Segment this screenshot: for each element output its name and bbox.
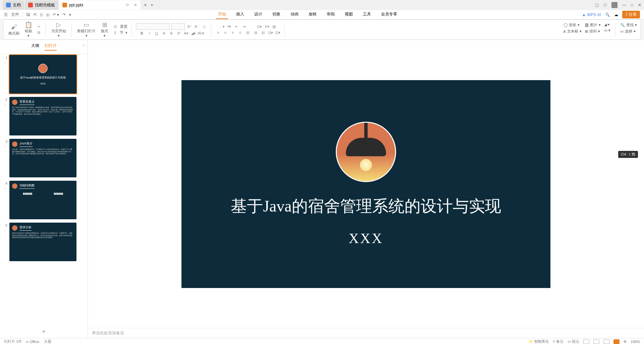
star-icon[interactable]: ☆: [4, 187, 7, 190]
fit-icon[interactable]: ⊕: [624, 339, 627, 344]
paste-button[interactable]: 📋 粘贴▾: [23, 20, 34, 39]
star-icon[interactable]: ☆: [4, 61, 7, 65]
shadow-icon[interactable]: A: [161, 31, 167, 36]
tab-slideshow[interactable]: 放映: [307, 10, 319, 19]
tab-ppt[interactable]: ppt.pptx ⟳ ✕: [59, 0, 141, 10]
distribute-icon[interactable]: ⊟: [245, 30, 250, 35]
font-color-icon[interactable]: A▾: [183, 31, 189, 36]
avatar-icon[interactable]: [611, 2, 618, 8]
tab-doc[interactable]: 文档: [3, 0, 24, 10]
tab-refresh-icon[interactable]: ⟳: [126, 3, 129, 7]
select-button[interactable]: ▭ 选择 ▾: [620, 29, 637, 34]
section-icon[interactable]: §: [112, 30, 118, 35]
maximize-button[interactable]: □: [631, 3, 633, 7]
slide-subtitle[interactable]: XXX: [349, 230, 383, 246]
preview-icon[interactable]: ◎: [46, 12, 49, 17]
tab-animation[interactable]: 动画: [288, 10, 301, 19]
add-slide-button[interactable]: +: [0, 326, 88, 338]
tab-slides[interactable]: 幻灯片: [45, 43, 57, 51]
outline-button[interactable]: ▭ ▾: [604, 28, 610, 33]
comments-button[interactable]: ▭ 批注: [568, 339, 579, 344]
tab-view[interactable]: 视图: [343, 10, 355, 19]
cut-icon[interactable]: ✂: [36, 24, 42, 29]
format-brush-button[interactable]: 🖌 格式刷: [7, 23, 21, 37]
highlight-icon[interactable]: ◢▾: [191, 31, 196, 36]
numbering-icon[interactable]: ⅟▾: [226, 24, 232, 29]
indent-inc-icon[interactable]: ⇥: [241, 24, 247, 29]
close-icon[interactable]: ✕: [134, 3, 137, 7]
search-icon[interactable]: 🔍: [605, 12, 610, 17]
tab-insert[interactable]: 插入: [234, 10, 246, 19]
office-link[interactable]: ∞ Office: [26, 340, 39, 344]
star-icon[interactable]: ☆: [4, 229, 7, 232]
columns-icon[interactable]: ▥: [271, 24, 277, 29]
convert-icon[interactable]: ⊡▾: [275, 30, 280, 35]
dropdown-icon[interactable]: ▾: [69, 12, 71, 17]
view-slideshow[interactable]: [613, 339, 620, 344]
zoom-level[interactable]: 100%: [631, 340, 640, 344]
tab-start[interactable]: 开始: [216, 10, 228, 19]
wps-ai-button[interactable]: ▲ WPS AI: [582, 12, 601, 17]
align-right-icon[interactable]: ≡: [230, 30, 235, 35]
slide-thumb-1[interactable]: 基于Java的宿舍管理系统的设计与实现 XXX: [9, 55, 76, 94]
print-icon[interactable]: ⎙: [40, 12, 43, 17]
start-page-button[interactable]: ▷ 当页开始▾: [50, 20, 67, 39]
redo-icon[interactable]: ↷: [62, 12, 66, 17]
italic-icon[interactable]: I: [147, 31, 152, 36]
textbox-button[interactable]: A 文本框 ▾: [564, 29, 582, 34]
remarks-button[interactable]: ≡ 备注: [553, 339, 563, 344]
justify-icon[interactable]: ≡: [237, 30, 243, 35]
tab-vip[interactable]: 会员专享: [379, 10, 399, 19]
slide-thumb-2[interactable]: 背景及意义 基于宿舍管理系统设计与实现，随着网络技术发展，宿舍管理的信息化已成为…: [9, 97, 76, 135]
menu-icon[interactable]: ☰: [4, 12, 8, 17]
cube-icon[interactable]: ⬡: [603, 3, 607, 7]
tab-review[interactable]: 审阅: [325, 10, 337, 19]
align-center-icon[interactable]: ≡: [223, 30, 228, 35]
fill-button[interactable]: ◢ ▾: [604, 22, 610, 27]
underline-icon[interactable]: U: [154, 31, 159, 36]
undo-icon[interactable]: ↶ ▾: [53, 12, 59, 17]
tab-template[interactable]: 找稻壳模板: [25, 0, 58, 10]
font-size-select[interactable]: [171, 23, 185, 30]
reset-icon[interactable]: ⊡: [113, 24, 118, 29]
tab-design[interactable]: 设计: [252, 10, 264, 19]
clear-format-icon[interactable]: ◇: [202, 24, 207, 29]
line-spacing-icon[interactable]: ⇕▾: [264, 24, 269, 29]
font-family-select[interactable]: [136, 23, 169, 30]
image-button[interactable]: 🖼 图片 ▾: [585, 22, 601, 27]
layout-button[interactable]: ⊞ 版式▾: [100, 20, 110, 39]
align-left-icon[interactable]: ≡: [215, 30, 221, 35]
slide-thumb-5[interactable]: 需求分析 需求分析是软件计划阶段的重要活动，也是软件生命周期中的一个重要环节。该…: [9, 223, 76, 261]
spacing-icon[interactable]: AV▾: [198, 31, 204, 36]
share-button[interactable]: ⤴ 分享: [622, 11, 640, 18]
new-slide-button[interactable]: ▭ 新建幻灯片▾: [76, 20, 97, 39]
beautify-button[interactable]: ✨ 智能美化: [528, 339, 549, 344]
slide-canvas[interactable]: 基于Java的宿舍管理系统的设计与实现 XXX: [181, 80, 550, 288]
view-reading[interactable]: [603, 339, 609, 344]
smart-art-icon[interactable]: ⊡▾: [268, 30, 273, 35]
minimize-button[interactable]: —: [622, 3, 626, 7]
save-icon[interactable]: 🖫: [26, 12, 30, 17]
theme-link[interactable]: 主题: [44, 339, 51, 344]
shape-button[interactable]: ◯ 形状 ▾: [564, 22, 582, 27]
increase-font-icon[interactable]: A⁺: [187, 24, 192, 29]
bold-icon[interactable]: B: [139, 31, 145, 36]
arrange-button[interactable]: ⊞ 排列 ▾: [585, 29, 601, 34]
new-tab-button[interactable]: +: [141, 2, 150, 8]
collapse-icon[interactable]: ‹: [83, 43, 84, 48]
superscript-icon[interactable]: X²: [176, 31, 181, 36]
slide-title[interactable]: 基于Java的宿舍管理系统的设计与实现: [231, 195, 501, 217]
decrease-font-icon[interactable]: A⁻: [194, 24, 200, 29]
tab-outline[interactable]: 大纲: [31, 43, 39, 51]
view-normal[interactable]: [583, 339, 589, 344]
indent-icon[interactable]: ⊟: [260, 30, 266, 35]
slide-thumb-3[interactable]: JAVA简介 Java是一门面向对象编程语言，不仅吸收了C++语言的各种优点，还…: [9, 139, 76, 177]
notes-placeholder[interactable]: 单击此处添加备注: [88, 328, 644, 338]
view-sorter[interactable]: [593, 339, 599, 344]
screenshot-icon[interactable]: ▢: [595, 3, 599, 7]
export-icon[interactable]: ⇱: [34, 12, 37, 17]
star-icon[interactable]: ☆: [4, 145, 7, 149]
tab-tools[interactable]: 工具: [361, 10, 373, 19]
close-button[interactable]: ✕: [638, 3, 641, 7]
find-button[interactable]: 🔍 查找 ▾: [620, 22, 637, 27]
